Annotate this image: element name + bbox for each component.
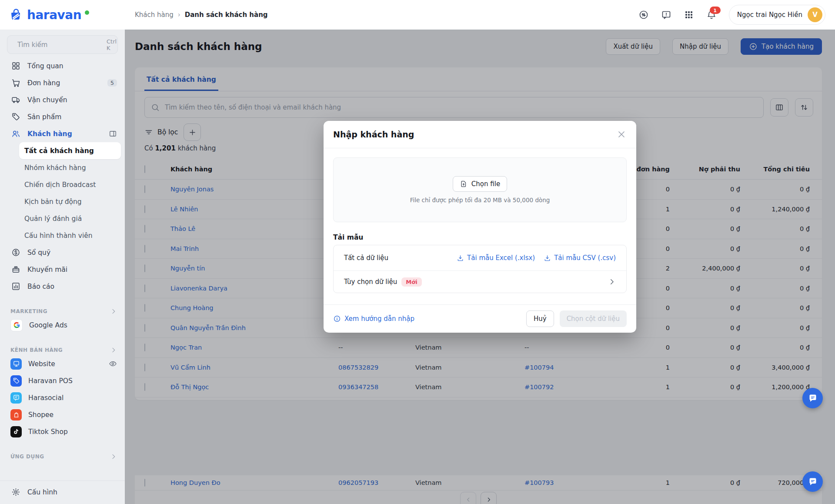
download-excel-template-link[interactable]: Tải mẫu Excel (.xlsx): [457, 254, 535, 262]
sidebar-item-google-ads[interactable]: Google Ads: [0, 317, 125, 334]
sidebar-search[interactable]: Ctrl K: [7, 35, 118, 54]
chat-widget-button[interactable]: [802, 471, 823, 492]
download-icon: [457, 254, 464, 262]
sidebar-item-b-o-c-o[interactable]: Báo cáo: [0, 278, 125, 295]
sidebar-item-cau-hinh[interactable]: Cấu hình: [0, 484, 125, 501]
custom-data-label: Tùy chọn dữ liệu: [344, 278, 397, 286]
sidebar-section-heading[interactable]: MARKETING: [0, 306, 125, 317]
users-icon: [10, 129, 21, 139]
sidebar-item-label: Tổng quan: [27, 62, 63, 70]
template-custom-data-row[interactable]: Tùy chọn dữ liệu Mới: [334, 270, 626, 293]
sidebar-search-input[interactable]: [17, 40, 103, 49]
sidebar-item-label: Sản phẩm: [27, 113, 61, 121]
file-upload-icon: [460, 180, 468, 188]
sidebar: Ctrl K Tổng quan Đơn hàng 5 Vận chuyển S…: [0, 30, 125, 504]
sidebar-subitem-c-u-h-nh-th-nh-vi-n[interactable]: Cấu hình thành viên: [19, 227, 121, 244]
eye-icon[interactable]: [109, 360, 117, 368]
sidebar-item-label: Đơn hàng: [27, 79, 60, 87]
sidebar-item-harasocial[interactable]: Harasocial: [0, 389, 125, 406]
sidebar-item-kh-ch-h-ng[interactable]: Khách hàng: [0, 125, 125, 142]
sidebar-subitem-qu-n-l-nh-gi[interactable]: Quản lý đánh giá: [19, 210, 121, 227]
sidebar-subitem-label: Cấu hình thành viên: [24, 232, 93, 240]
notification-badge: 1: [710, 7, 721, 14]
sidebar-item-tiktok-shop[interactable]: Tiktok Shop: [0, 423, 125, 440]
modal-header: Nhập khách hàng: [324, 121, 636, 148]
wallet-icon: [10, 247, 21, 258]
cancel-button[interactable]: Huỷ: [526, 310, 554, 327]
breadcrumb: Khách hàng › Danh sách khách hàng: [135, 11, 268, 19]
download-icon: [544, 254, 551, 262]
modal-title: Nhập khách hàng: [333, 130, 414, 139]
feedback-icon[interactable]: [661, 10, 671, 20]
tiktok-icon: [10, 426, 22, 437]
sync-history-icon[interactable]: [638, 10, 649, 20]
sidebar-section-heading[interactable]: ỨNG DỤNG: [0, 451, 125, 462]
search-shortcut: Ctrl K: [107, 38, 117, 51]
haravan-bag-icon: [9, 7, 23, 22]
choose-file-button[interactable]: Chọn file: [453, 176, 507, 192]
sidebar-item-label: Khách hàng: [27, 130, 72, 138]
sidebar-subitem-nh-m-kh-ch-h-ng[interactable]: Nhóm khách hàng: [19, 159, 121, 176]
sidebar-item-label: Vận chuyển: [27, 96, 67, 104]
sidebar-section-heading[interactable]: KÊNH BÁN HÀNG: [0, 345, 125, 355]
sidebar-item-khuy-n-m-i[interactable]: Khuyến mãi: [0, 261, 125, 278]
sidebar-item-label: Website: [28, 360, 55, 368]
user-menu[interactable]: Ngọc trai Ngọc Hiền V: [729, 5, 825, 25]
sidebar-subitem-chi-n-d-ch-broadcast[interactable]: Chiến dịch Broadcast: [19, 176, 121, 193]
notifications-bell-icon[interactable]: 1: [706, 10, 717, 20]
sidebar-nav: Tổng quan Đơn hàng 5 Vận chuyển Sản phẩm…: [0, 57, 125, 462]
sidebar-item-label: Khuyến mãi: [27, 266, 67, 274]
close-icon[interactable]: [616, 129, 627, 140]
import-guide-link[interactable]: Xem hướng dẫn nhập: [333, 315, 414, 323]
choose-columns-button[interactable]: Chọn cột dữ liệu: [560, 310, 627, 327]
sidebar-item-shopee[interactable]: Shopee: [0, 406, 125, 423]
sidebar-item-website[interactable]: Website: [0, 355, 125, 372]
sidebar-subitem-label: Quản lý đánh giá: [24, 215, 82, 223]
chat-icon: [808, 477, 818, 487]
pos-icon: [10, 375, 22, 387]
template-all-data-row: Tất cả dữ liệu Tải mẫu Excel (.xlsx) Tải…: [334, 245, 626, 270]
cart-icon: [10, 78, 21, 88]
sidebar-item-label: Harasocial: [28, 394, 63, 402]
sidebar-item-label: Cấu hình: [27, 488, 57, 496]
sidebar-item-n-h-ng[interactable]: Đơn hàng 5: [0, 74, 125, 91]
haravan-logo[interactable]: haravan: [0, 7, 122, 22]
google-icon: [10, 319, 23, 331]
chevron-right-icon: [608, 278, 616, 286]
app-root: haravan Khách hàng › Danh sách khách hàn…: [0, 0, 835, 504]
download-csv-template-link[interactable]: Tải mẫu CSV (.csv): [544, 254, 616, 262]
sidebar-item-haravan-pos[interactable]: Haravan POS: [0, 372, 125, 389]
sidebar-item-s-n-ph-m[interactable]: Sản phẩm: [0, 108, 125, 125]
sidebar-item-v-n-chuy-n[interactable]: Vận chuyển: [0, 91, 125, 108]
sidebar-subitem-t-t-c-kh-ch-h-ng[interactable]: Tất cả khách hàng: [19, 142, 121, 159]
panel-icon[interactable]: [109, 130, 117, 138]
status-dot: [85, 10, 89, 15]
support-chat-button[interactable]: [802, 388, 823, 408]
sidebar-item-label: Sổ quỹ: [27, 249, 50, 257]
sidebar-subitem-label: Chiến dịch Broadcast: [24, 181, 96, 189]
file-limit-note: File chỉ được phép tối đa 20 MB và 50,00…: [410, 197, 550, 204]
sidebar-item-label: Shopee: [28, 411, 53, 419]
sidebar-subitem-label: Kịch bản tự động: [24, 198, 82, 206]
sidebar-subitem-k-ch-b-n-t-ng[interactable]: Kịch bản tự động: [19, 193, 121, 210]
modal-body: Chọn file File chỉ được phép tối đa 20 M…: [324, 148, 636, 304]
shopee-icon: [10, 409, 22, 421]
avatar: V: [808, 7, 822, 22]
file-dropzone[interactable]: Chọn file File chỉ được phép tối đa 20 M…: [333, 157, 627, 222]
chart-icon: [10, 281, 21, 292]
chat-icon: [808, 393, 818, 404]
gear-icon: [10, 487, 21, 497]
chevron-right-icon: [110, 347, 117, 354]
breadcrumb-current: Danh sách khách hàng: [185, 11, 268, 19]
breadcrumb-parent[interactable]: Khách hàng: [135, 11, 174, 19]
sidebar-item-t-ng-quan[interactable]: Tổng quan: [0, 57, 125, 74]
apps-grid-icon[interactable]: [684, 10, 694, 20]
sidebar-subitem-label: Nhóm khách hàng: [24, 164, 86, 172]
sidebar-item-label: Haravan POS: [28, 377, 73, 385]
template-box: Tất cả dữ liệu Tải mẫu Excel (.xlsx) Tải…: [333, 245, 627, 293]
truck-icon: [10, 95, 21, 105]
promo-icon: [10, 264, 21, 275]
dashboard-icon: [10, 61, 21, 71]
tag-icon: [10, 112, 21, 122]
sidebar-item-s-qu[interactable]: Sổ quỹ: [0, 244, 125, 261]
